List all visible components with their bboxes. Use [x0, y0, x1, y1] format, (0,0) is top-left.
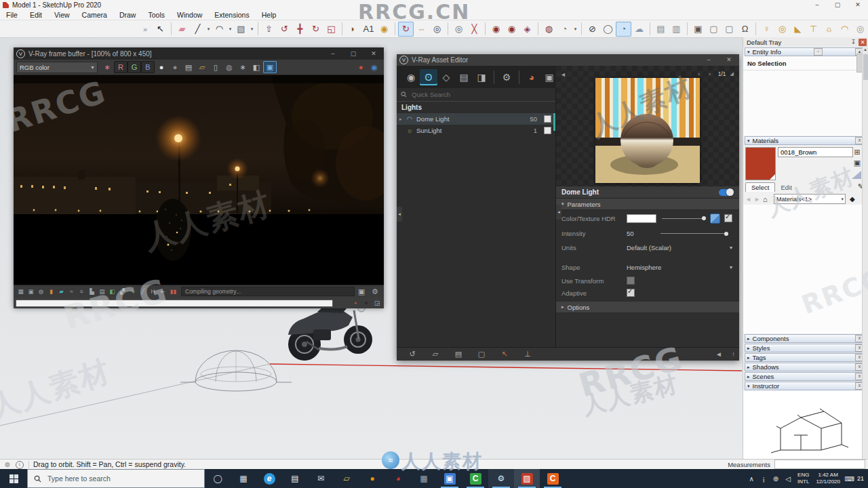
orange-app-icon[interactable]: ●	[359, 469, 385, 488]
vray-rect-light-icon[interactable]: ♀	[759, 22, 774, 37]
blue-app-icon[interactable]: ▣	[437, 469, 462, 488]
undo-history-icon[interactable]: ↺	[401, 349, 424, 360]
save-file-icon[interactable]: ▤	[447, 349, 470, 360]
fb-scroll-box-icon[interactable]: ▪	[350, 299, 361, 308]
speaker-icon[interactable]: ◁	[782, 475, 794, 483]
ae-minimize-button[interactable]: –	[698, 54, 719, 66]
toolbar-overflow-chevron[interactable]: »	[143, 25, 147, 33]
fb-mini-icon[interactable]: ▤	[97, 288, 107, 295]
save-image-icon[interactable]: ▤	[182, 61, 195, 73]
paint-bucket-icon[interactable]: ◆	[850, 195, 855, 203]
preview-float-icon[interactable]: ▫	[695, 70, 703, 78]
use-transform-checkbox[interactable]	[627, 277, 635, 285]
vray-viewport-render-icon[interactable]: ▤	[653, 22, 669, 37]
preview-swap-icon[interactable]: ▫	[706, 70, 714, 78]
vray-account-caret[interactable]: ▾	[572, 22, 578, 37]
units-value[interactable]: Default (Scalar)	[627, 244, 671, 251]
tab-select[interactable]: Select	[745, 182, 775, 192]
light-enabled-toggle[interactable]	[719, 189, 734, 196]
test-sphere-icon[interactable]: ◍	[222, 61, 236, 73]
render-with-vray-icon[interactable]: ◕	[523, 69, 540, 85]
add-asset-icon[interactable]: ⊥	[516, 349, 539, 360]
tray-scrollbar[interactable]: ▲	[862, 46, 868, 459]
scroll-top-icon[interactable]: ↑	[732, 350, 735, 358]
fb-mini-icon[interactable]: ∿	[127, 288, 138, 295]
fb-mini-icon[interactable]: ▙	[87, 288, 97, 295]
menu-draw[interactable]: Draw	[113, 11, 142, 19]
zoom-tool[interactable]: ◎	[429, 22, 445, 37]
menu-tools[interactable]: Tools	[142, 11, 171, 19]
eraser-tool[interactable]: ▰	[174, 22, 190, 37]
light-enabled-checkbox[interactable]	[544, 115, 551, 123]
help-icon[interactable]: i	[15, 461, 24, 468]
back-arrow-icon[interactable]: ◄	[745, 196, 754, 203]
compare-icon[interactable]: ◧	[250, 61, 263, 73]
vray-mesh-light-icon[interactable]: ◎	[852, 22, 868, 37]
menu-view[interactable]: View	[48, 11, 76, 19]
lights-tab-icon[interactable]: ʘ	[420, 69, 437, 85]
microphone-icon[interactable]: ¡	[757, 475, 770, 483]
vray-spot-light-icon[interactable]: ◣	[790, 22, 806, 37]
intensity-value[interactable]: 50	[627, 230, 655, 237]
fb-mini-icon[interactable]: ▰	[56, 288, 66, 295]
arc-tool[interactable]: ◠	[212, 22, 227, 37]
frame-buffer-titlebar[interactable]: V V-Ray frame buffer - [100% of 800 x 45…	[14, 47, 384, 60]
vray-file-path-icon[interactable]: ▢	[722, 22, 737, 37]
add-location-tool[interactable]: ◉	[376, 22, 392, 37]
instructor-header[interactable]: ▾ Instructor x	[745, 382, 867, 390]
chevron-down-icon[interactable]: ▾	[730, 264, 732, 270]
arc-tool-caret[interactable]: ▾	[227, 22, 233, 37]
textures-tab-icon[interactable]: ▤	[455, 69, 473, 85]
fb-mini-icon[interactable]: ▮▮	[168, 288, 178, 295]
color-checkbox[interactable]	[724, 214, 732, 222]
line-tool-caret[interactable]: ▾	[205, 22, 212, 37]
delete-asset-icon[interactable]: ▢	[470, 349, 493, 360]
maximize-button[interactable]: ▢	[827, 0, 848, 9]
ae-close-button[interactable]: ✕	[719, 54, 739, 66]
light-row-sun[interactable]: ☼ SunLight 1	[397, 125, 555, 136]
menu-help[interactable]: Help	[256, 11, 283, 19]
vray-infinite-plane-icon[interactable]: ◍	[541, 22, 557, 37]
panel-styles[interactable]: ▸ Styles x	[745, 344, 867, 352]
fb-mini-icon[interactable]: ▣	[26, 288, 36, 295]
push-pull-tool[interactable]: ⇧	[261, 22, 277, 37]
interactive-orb-icon[interactable]: ◉	[368, 61, 381, 73]
ab-compare-icon[interactable]: ▣	[263, 61, 277, 73]
frame-buffer-scrollbar[interactable]: ▪●◲	[14, 298, 384, 308]
material-name-field[interactable]	[778, 147, 853, 157]
vray-interactive-render-icon[interactable]: ◔	[616, 22, 631, 37]
channel-select[interactable]: RGB color ▼	[16, 62, 98, 73]
language-indicator[interactable]: ENG INTL	[794, 472, 812, 485]
menu-camera[interactable]: Camera	[76, 11, 113, 19]
clock[interactable]: 1:42 AM 12/1/2020	[812, 472, 844, 485]
vray-sphere-light-icon[interactable]: ◎	[774, 22, 790, 37]
zoom-window-tool[interactable]: ◎	[451, 22, 467, 37]
intensity-slider[interactable]	[660, 233, 727, 234]
ccleaner-icon[interactable]: ◕	[385, 469, 411, 488]
close-button[interactable]: ✕	[848, 0, 868, 9]
start-button[interactable]	[0, 469, 27, 488]
notification-badge[interactable]: 21	[856, 475, 868, 482]
network-globe-icon[interactable]: ⊕	[770, 475, 782, 483]
fb-corner-icon[interactable]: ◲	[372, 299, 382, 308]
panel-shadows[interactable]: ▸ Shadows x	[745, 363, 867, 371]
line-tool[interactable]: ╱	[190, 22, 205, 37]
preview-back-icon[interactable]: ◄	[560, 71, 566, 78]
scale-tool[interactable]: ◱	[323, 22, 339, 37]
menu-extensions[interactable]: Extensions	[208, 11, 255, 19]
light-enabled-checkbox[interactable]	[544, 127, 551, 134]
home-icon[interactable]: ⌂	[763, 195, 774, 203]
alpha-channel-icon[interactable]: ●	[168, 61, 182, 73]
materials-collection-dropdown[interactable]: Materials<1> ▾	[774, 194, 846, 204]
preview-resize-icon[interactable]: ◢	[730, 71, 734, 77]
shapes-tool[interactable]: ▧	[233, 22, 249, 37]
vray-sphere2-icon[interactable]: ◉	[504, 22, 519, 37]
light-row-dome[interactable]: ▸ ◠ Dome Light 50	[397, 113, 555, 125]
settings-tab-icon[interactable]: ⚙	[498, 69, 515, 85]
edge-icon[interactable]: e	[256, 469, 282, 488]
stop-render-icon[interactable]: ●	[354, 61, 368, 73]
tray-close-button[interactable]: ✕	[859, 39, 867, 46]
vray-export-icon[interactable]: ◈	[519, 22, 535, 37]
scrollbar-thumb[interactable]	[553, 113, 555, 131]
color-slider[interactable]	[662, 218, 705, 219]
